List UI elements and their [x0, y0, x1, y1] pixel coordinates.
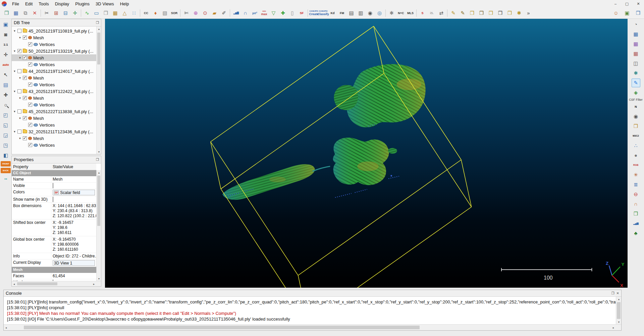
db-tree-scrollbar[interactable]: ▲ ▼	[96, 27, 101, 154]
scroll-right-icon[interactable]: ►	[611, 325, 616, 330]
scrollbar-thumb[interactable]	[17, 282, 57, 285]
scroll-down-icon[interactable]: ▼	[97, 276, 101, 281]
color-panel-3-icon[interactable]: ▦	[632, 49, 640, 58]
toolbar-separator[interactable]	[230, 9, 230, 17]
tree-checkbox[interactable]: ✓	[23, 56, 27, 60]
toolbar-separator[interactable]	[180, 9, 180, 17]
fit-plane-button[interactable]: ▰	[210, 8, 219, 17]
tree-checkbox[interactable]: ✓	[28, 83, 32, 87]
tree-checkbox[interactable]: ✓	[23, 76, 27, 80]
properties-hscrollbar[interactable]: ◄ ►	[12, 281, 101, 286]
tree-checkbox[interactable]: ✓	[17, 69, 21, 73]
visible-checkbox[interactable]: ✓	[53, 183, 53, 188]
tree-row[interactable]: ▼ ✓ 43_20251219T122422_full.ply (...	[12, 88, 96, 95]
stat-test-button[interactable]: µσ²	[250, 8, 259, 17]
kd-tree-button[interactable]: Kd	[328, 8, 337, 17]
tree-row[interactable]: ▼ ✓ 44_20251219T124017_full.ply (...	[12, 68, 96, 75]
csf-filter-label[interactable]: CSF Filter	[628, 98, 644, 101]
tree-checkbox[interactable]: ✓	[17, 130, 21, 134]
show-name-checkbox[interactable]: ✓	[53, 197, 53, 202]
sf-tools-button[interactable]: SF	[297, 8, 306, 17]
tree-row[interactable]: ▼ ✓ 32_20251211T123436_full.ply (...	[12, 128, 96, 135]
scrollbar-thumb[interactable]	[617, 302, 621, 319]
flame-icon[interactable]: ♦	[151, 8, 160, 17]
translate-rotate-button[interactable]: ✛	[70, 8, 79, 17]
toolbar-overflow-button[interactable]: »	[524, 8, 533, 17]
menu-help[interactable]: Help	[117, 0, 132, 7]
add-sf-button[interactable]: ✚	[278, 8, 287, 17]
tree-checkbox[interactable]: ✓	[28, 62, 32, 66]
tree-checkbox[interactable]: ✓	[28, 103, 32, 107]
cube-dots-icon[interactable]: ❒	[477, 8, 486, 17]
scissors-segment-button[interactable]: ✂	[42, 8, 51, 17]
tree-row[interactable]: ▼ ✓ 45_20251219T110819_full.ply (...	[12, 28, 96, 34]
subsample-button[interactable]: ∷	[129, 8, 139, 17]
tree-checkbox[interactable]: ✓	[17, 29, 21, 33]
tree-checkbox[interactable]: ✓	[28, 123, 32, 127]
zoom-magnifier-button[interactable]: ○	[1, 101, 10, 109]
poisson-sphere-icon[interactable]: ●	[632, 151, 640, 160]
scroll-left-icon[interactable]: ◄	[12, 282, 16, 286]
cube-edit-icon[interactable]: ❒	[468, 8, 477, 17]
zoom-1-1-button[interactable]: 1:1	[1, 40, 10, 49]
zoom-fit-button[interactable]: ✛	[1, 50, 10, 59]
s-red-button[interactable]: S	[418, 8, 427, 17]
expander-icon[interactable]: ▼	[13, 30, 16, 33]
render-image-button[interactable]: ▤	[1, 81, 10, 89]
camera-screenshot-button[interactable]: ◙	[1, 30, 10, 39]
gbl-sensor-button[interactable]: ▥	[356, 8, 365, 17]
scrollbar-thumb[interactable]	[24, 326, 420, 329]
scroll-down-icon[interactable]: ▼	[97, 149, 101, 154]
toolbar-separator[interactable]	[140, 9, 140, 17]
is-button[interactable]: iS.	[427, 8, 436, 17]
3d-viewport[interactable]: 100 Z Y X	[105, 19, 628, 288]
color-panel-2-icon[interactable]: ▦	[632, 40, 640, 48]
toolbar-separator[interactable]	[416, 9, 417, 17]
tree-row[interactable]: ▼ ✓ Vertices	[12, 81, 96, 88]
expander-icon[interactable]: ▼	[13, 130, 16, 133]
pick-point-button[interactable]: ↖	[1, 70, 10, 79]
clipping-box-button[interactable]: ▭	[92, 8, 101, 17]
tree-row[interactable]: ▼ ✓ Vertices	[12, 61, 96, 68]
layers-icon[interactable]: ≣	[632, 180, 640, 189]
float-panel-icon[interactable]: ❐	[611, 291, 614, 295]
compass-icon[interactable]: ◔	[632, 20, 640, 29]
edit-pencil-dark-icon[interactable]: ✎	[458, 8, 467, 17]
noise-filter-button[interactable]: ▧	[160, 8, 169, 17]
menu-edit[interactable]: Edit	[22, 0, 36, 7]
histogram-button[interactable]: ▂▅▇	[231, 8, 240, 17]
tree-row[interactable]: ▼ ✓ Mesh	[12, 34, 96, 41]
polyline-trace-button[interactable]: ∿	[83, 8, 92, 17]
current-display-select[interactable]: 3D View 1	[53, 260, 95, 266]
tree-checkbox[interactable]: ✓	[23, 136, 27, 140]
close-button[interactable]: ✕	[633, 0, 644, 7]
color-panel-icon[interactable]: ▦	[632, 30, 640, 39]
toolbar-separator[interactable]	[308, 9, 308, 17]
expander-icon[interactable]: ▼	[18, 77, 21, 80]
clipboard-icon[interactable]: ▯	[288, 8, 297, 17]
tree-checkbox[interactable]: ✓	[23, 96, 27, 100]
clone-icon[interactable]: ⧉	[21, 8, 30, 17]
tree-row[interactable]: ▼ ✓ Mesh	[12, 115, 96, 122]
tree-row[interactable]: ▼ ✓ Mesh	[12, 95, 96, 101]
trees-icon[interactable]: ♣	[632, 229, 640, 238]
cube-dark-icon[interactable]: ❒	[496, 8, 505, 17]
swap-arrows-icon[interactable]: ⇄	[437, 8, 446, 17]
sphere-icon[interactable]: ◎	[375, 8, 384, 17]
tree-checkbox[interactable]: ✓	[17, 49, 21, 53]
scroll-left-icon[interactable]: ◄	[4, 325, 8, 330]
scrollbar-thumb[interactable]	[97, 33, 100, 64]
cubes-icon[interactable]: ❒	[632, 209, 640, 218]
eyes-button[interactable]: ●●	[1, 175, 10, 183]
expander-icon[interactable]: ▼	[18, 36, 21, 39]
tree-row[interactable]: ▼ ✓ Vertices	[12, 101, 96, 108]
gear-yellow-icon[interactable]: ✱	[515, 8, 524, 17]
scroll-down-icon[interactable]: ▼	[616, 320, 622, 324]
scroll-up-icon[interactable]: ▲	[97, 27, 101, 31]
scroll-up-icon[interactable]: ▲	[97, 170, 101, 175]
hough-normals-icon[interactable]: ◉	[632, 112, 640, 121]
scroll-right-icon[interactable]: ►	[92, 282, 96, 286]
pcv-dots-icon[interactable]: ∴	[632, 141, 640, 150]
edit-plugin-button[interactable]: ✎	[632, 79, 640, 87]
display-options-button[interactable]: ▣	[1, 20, 10, 29]
